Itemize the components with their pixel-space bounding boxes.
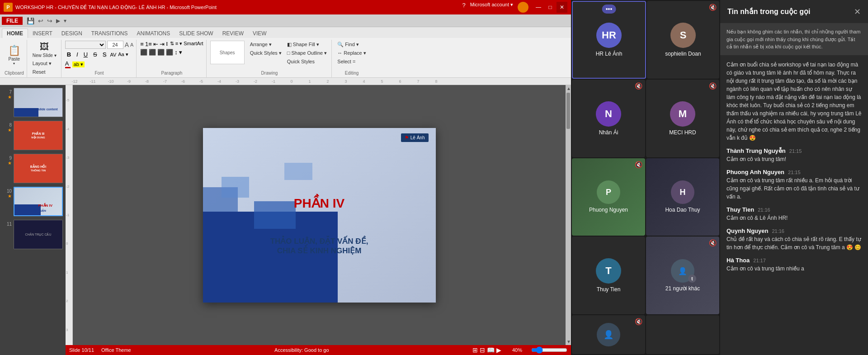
- help-icon[interactable]: ?: [462, 2, 466, 13]
- quick-access-redo[interactable]: ↪: [46, 17, 54, 24]
- user-avatar[interactable]: [518, 2, 528, 13]
- view-normal[interactable]: ⊞: [472, 346, 478, 354]
- scroll-down[interactable]: ▼: [566, 338, 571, 345]
- slide-thumb-11[interactable]: 11 ★ CHÂN TRỤC CẦU: [2, 219, 64, 250]
- font-size-input[interactable]: [107, 41, 123, 49]
- slide-img-9[interactable]: BẢNG HỎITHÔNG TIN: [14, 154, 63, 183]
- video-more-button-hr[interactable]: •••: [602, 5, 616, 14]
- chat-msg-time-3: 21:16: [758, 207, 770, 213]
- video-cell-thuy-tien[interactable]: T Thuy Tien: [572, 237, 645, 314]
- theme-name: Office Theme: [101, 347, 131, 353]
- slide-thumb-9[interactable]: 9 ★ BẢNG HỎITHÔNG TIN: [2, 153, 64, 184]
- layout-button[interactable]: Layout ▾: [31, 60, 58, 67]
- mute-icon-phuong: 🔇: [635, 161, 642, 168]
- font-size-increase[interactable]: A: [125, 41, 129, 48]
- new-slide-button[interactable]: 🖼 New Slide ▾: [31, 41, 58, 59]
- columns-button[interactable]: ⫿: [166, 41, 169, 47]
- video-cell-hr-le-anh[interactable]: ••• HR HR Lê Ánh: [572, 1, 646, 79]
- video-row-1: ••• HR HR Lê Ánh 🔇 S sophielin Doan: [572, 1, 719, 79]
- italic-button[interactable]: I: [75, 50, 80, 59]
- tab-transitions[interactable]: TRANSITIONS: [87, 29, 132, 38]
- video-cell-nhan-ai[interactable]: 🔇 N Nhân Ái: [572, 80, 645, 157]
- shape-outline-button[interactable]: □ Shape Outline ▾: [285, 49, 329, 57]
- bold-button[interactable]: B: [65, 50, 73, 59]
- slide-num-10: 10: [5, 189, 12, 194]
- find-button[interactable]: 🔍 Find ▾: [335, 41, 368, 48]
- tab-review[interactable]: REVIEW: [218, 29, 248, 38]
- video-cell-phuong[interactable]: 🔇 P Phuong Nguyen: [572, 158, 645, 236]
- quick-styles-button[interactable]: Quick Styles ▾: [248, 49, 283, 57]
- quick-access-save[interactable]: 💾: [25, 17, 36, 24]
- chat-close-button[interactable]: ✕: [854, 7, 861, 17]
- quick-access-undo[interactable]: ↩: [37, 17, 45, 24]
- justify-button[interactable]: ⬛: [166, 49, 173, 56]
- replace-button[interactable]: ↔ Replace ▾: [335, 49, 368, 57]
- convert-smartart-button[interactable]: SmartArt: [184, 41, 203, 47]
- slide-img-7[interactable]: slide content: [14, 88, 63, 117]
- scroll-thumb[interactable]: [566, 93, 570, 129]
- tab-slideshow[interactable]: SLIDE SHOW: [175, 29, 217, 38]
- view-reading[interactable]: 📖: [487, 346, 495, 354]
- slide-preview[interactable]: ⚑ Lê Ánh PHẦN IV THẢO LUẬN, ĐẶT VẤN ĐỀ, …: [203, 128, 436, 303]
- font-family-select[interactable]: [65, 41, 106, 49]
- font-color-button[interactable]: A: [65, 60, 71, 68]
- decrease-indent-button[interactable]: ⇤: [153, 41, 158, 47]
- video-row-3: 🔇 P Phuong Nguyen H Hoa Dao Thuy: [572, 158, 719, 236]
- change-case-button[interactable]: Aa ▾: [118, 52, 128, 57]
- video-cell-extra2[interactable]: [646, 315, 719, 354]
- view-sorter[interactable]: ⊟: [480, 346, 485, 354]
- video-cell-hoa[interactable]: H Hoa Dao Thuy: [646, 158, 719, 236]
- slide-img-10[interactable]: PHẦN IV THẢO LUẬN: [14, 187, 63, 216]
- quick-access-presentation[interactable]: ▶: [55, 18, 61, 24]
- shadow-button[interactable]: S: [101, 50, 108, 59]
- align-left-button[interactable]: ⬛: [140, 49, 147, 56]
- strikethrough-button[interactable]: S: [91, 50, 99, 59]
- reset-button[interactable]: Reset: [31, 68, 58, 76]
- shape-effects-button[interactable]: Quick Styles: [285, 58, 329, 65]
- view-icons: ⊞ ⊟ 📖 ▶: [472, 346, 501, 354]
- scroll-up[interactable]: ▲: [566, 85, 571, 92]
- align-right-button[interactable]: ⬛: [157, 49, 165, 56]
- zoom-slider[interactable]: [531, 346, 567, 354]
- bullets-button[interactable]: ≡: [140, 41, 144, 47]
- tab-insert[interactable]: INSERT: [28, 29, 57, 38]
- select-button[interactable]: Select =: [335, 58, 368, 65]
- align-center-button[interactable]: ⬛: [149, 49, 156, 56]
- mute-icon-meci: 🔇: [709, 82, 717, 90]
- quick-access-customize[interactable]: ▾: [62, 18, 68, 24]
- video-cell-others[interactable]: 🔇 👤 t 21 người khác: [646, 237, 719, 314]
- paste-button[interactable]: 📋 Paste ▾: [6, 44, 22, 66]
- chat-msg-text-5: Cảm ơn cô và trung tâm nhiều a: [726, 265, 862, 273]
- slide-img-11[interactable]: CHÂN TRỤC CẦU: [14, 220, 63, 249]
- tab-home[interactable]: HOME: [2, 28, 28, 38]
- video-cell-sophielin[interactable]: 🔇 S sophielin Doan: [647, 1, 719, 79]
- slide-thumb-8[interactable]: 8 ★ PHẦN IIINỘI DUNG: [2, 120, 64, 151]
- arrange-button[interactable]: Arrange ▾: [248, 41, 283, 48]
- tab-animations[interactable]: ANIMATIONS: [132, 29, 175, 38]
- slide-thumb-10[interactable]: 10 ★ PHẦN IV THẢO LUẬN: [2, 186, 64, 217]
- increase-indent-button[interactable]: ⇥: [160, 41, 165, 47]
- font-size-decrease[interactable]: A: [130, 42, 133, 47]
- view-slideshow[interactable]: ▶: [496, 346, 501, 354]
- file-tab[interactable]: FILE: [2, 17, 23, 25]
- align-text-button[interactable]: ≡ ▾: [175, 41, 182, 47]
- shapes-gallery[interactable]: Shapes: [210, 41, 245, 64]
- tab-view[interactable]: VIEW: [248, 29, 271, 38]
- char-spacing-button[interactable]: AV: [110, 52, 116, 57]
- video-cell-extra[interactable]: 🔇 👤: [572, 315, 645, 354]
- shape-fill-button[interactable]: ◧ Shape Fill ▾: [285, 41, 329, 48]
- video-cell-meci-hrd[interactable]: 🔇 M MECI HRD: [646, 80, 719, 157]
- numbering-button[interactable]: 1≡: [145, 41, 152, 47]
- slide-thumb-7[interactable]: 7 ★ slide content: [2, 87, 64, 118]
- slide-img-8[interactable]: PHẦN IIINỘI DUNG: [14, 121, 63, 150]
- maximize-button[interactable]: □: [545, 2, 556, 13]
- minimize-button[interactable]: —: [533, 2, 544, 13]
- close-button[interactable]: ✕: [557, 2, 567, 13]
- vertical-scrollbar[interactable]: ▲ ▼: [566, 85, 571, 345]
- text-direction-button[interactable]: ⇅: [170, 41, 174, 47]
- text-highlight-button[interactable]: ab ▾: [72, 62, 85, 67]
- tab-design[interactable]: DESIGN: [57, 29, 87, 38]
- line-spacing-button[interactable]: ↕ ▾: [175, 49, 182, 56]
- ribbon-group-paragraph: ≡ 1≡ ⇤ ⇥ ⫿ ⇅ ≡ ▾ SmartArt ⬛ ⬛ ⬛ ⬛ ↕ ▾ Pa: [137, 40, 206, 77]
- underline-button[interactable]: U: [82, 50, 90, 59]
